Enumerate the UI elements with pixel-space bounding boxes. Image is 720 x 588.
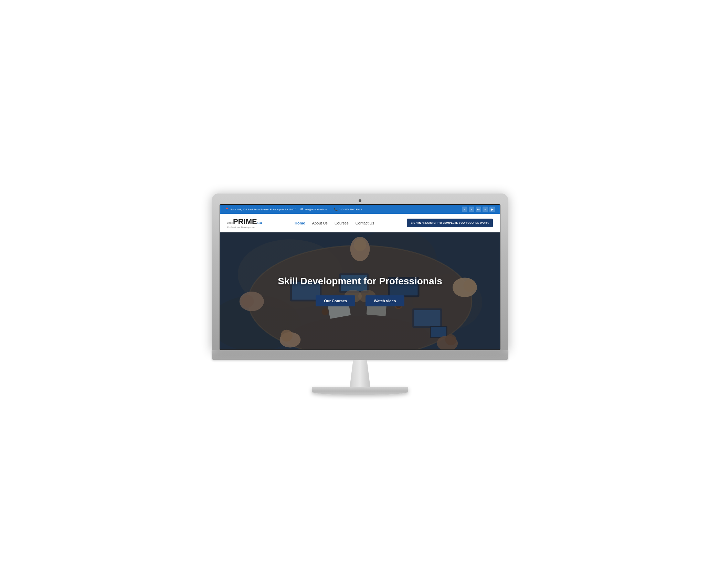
navbar: edu PRIME co Professional Development Ho… — [220, 214, 500, 232]
watch-video-button[interactable]: Watch video — [366, 295, 404, 306]
stand-base — [312, 387, 408, 395]
screen: Suite 403, 103 East Penn Square, Philade… — [220, 204, 500, 350]
hero-title: Skill Development for Professionals — [278, 275, 442, 287]
logo: edu PRIME co Professional Development — [227, 217, 262, 229]
logo-prime: PRIME — [233, 217, 257, 226]
imac-chin — [212, 350, 508, 360]
courses-button[interactable]: Our Courses — [316, 295, 355, 306]
twitter-icon[interactable]: t — [469, 207, 474, 212]
nav-about[interactable]: About Us — [312, 221, 328, 225]
linkedin-icon[interactable]: li — [483, 207, 488, 212]
instagram-icon[interactable]: in — [476, 207, 481, 212]
top-bar-left: Suite 403, 103 East Penn Square, Philade… — [225, 208, 362, 211]
phone-text: 215-525-2866 Ext 3 — [339, 208, 362, 211]
chin-line — [242, 355, 478, 355]
email-item: info@eduprimellc.org — [300, 208, 329, 211]
sign-in-button[interactable]: SIGN IN / REGISTER TO COMPLETE YOUR COUR… — [407, 219, 493, 227]
youtube-icon[interactable]: ▶ — [489, 207, 495, 212]
hero-buttons: Our Courses Watch video — [316, 295, 404, 306]
logo-tagline: Professional Development — [227, 226, 262, 229]
nav-links: Home About Us Courses Contact Us — [295, 221, 374, 225]
logo-co: co — [257, 220, 262, 225]
nav-contact[interactable]: Contact Us — [356, 221, 374, 225]
logo-edu: edu — [227, 221, 233, 225]
stand-neck — [343, 360, 377, 387]
pin-icon — [225, 208, 229, 211]
logo-container: edu PRIME co Professional Development — [227, 217, 262, 229]
phone-icon — [334, 208, 338, 211]
social-icons: f t in li ▶ — [462, 207, 495, 212]
email-icon — [300, 208, 303, 211]
top-bar: Suite 403, 103 East Penn Square, Philade… — [220, 205, 500, 214]
address-item: Suite 403, 103 East Penn Square, Philade… — [225, 208, 296, 211]
nav-courses[interactable]: Courses — [335, 221, 349, 225]
facebook-icon[interactable]: f — [462, 207, 467, 212]
email-text: info@eduprimellc.org — [305, 208, 329, 211]
hero-section: Skill Development for Professionals Our … — [220, 232, 500, 349]
address-text: Suite 403, 103 East Penn Square, Philade… — [230, 208, 296, 211]
hero-content: Skill Development for Professionals Our … — [220, 232, 500, 349]
scene: Suite 403, 103 East Penn Square, Philade… — [205, 193, 515, 395]
camera-dot — [359, 199, 361, 202]
nav-home[interactable]: Home — [295, 221, 305, 225]
imac-monitor: Suite 403, 103 East Penn Square, Philade… — [212, 193, 508, 350]
phone-item: 215-525-2866 Ext 3 — [334, 208, 362, 211]
